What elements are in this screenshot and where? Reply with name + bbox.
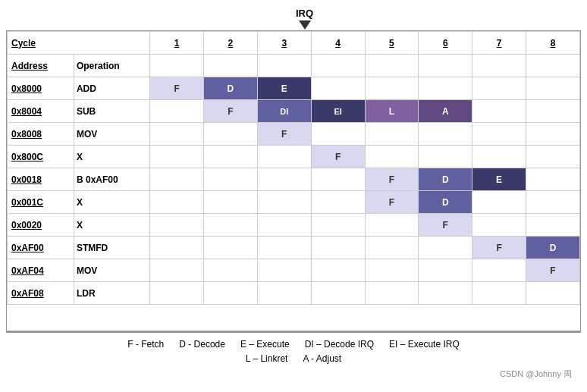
legend-di: DI – Decode IRQ <box>305 337 374 352</box>
cell-3-6 <box>472 146 526 168</box>
cell-0-0: F <box>150 77 204 100</box>
cell-1-3: EI <box>311 100 365 123</box>
cell-1-5: A <box>419 100 472 123</box>
cell-2-4 <box>365 123 419 146</box>
addr-header-cycle-6 <box>419 55 472 77</box>
cell-9-4 <box>365 282 419 305</box>
cell-2-1 <box>203 123 257 146</box>
cell-5-6 <box>472 191 526 214</box>
op-7: STMFD <box>74 237 149 259</box>
cell-7-2 <box>257 237 311 259</box>
cell-9-7 <box>526 282 580 305</box>
op-header: Operation <box>74 55 149 77</box>
addr-6: 0x0020 <box>8 214 74 237</box>
cell-7-5 <box>419 237 472 259</box>
cell-5-3 <box>311 191 365 214</box>
cell-7-4 <box>365 237 419 259</box>
legend-area: F - Fetch D - Decode E – Execute DI – De… <box>6 331 581 386</box>
cell-5-5: D <box>419 191 472 214</box>
cell-2-7 <box>526 123 580 146</box>
irq-header: IRQ <box>6 6 581 30</box>
pipeline-table: Cycle12345678AddressOperation0x8000ADDFD… <box>7 31 580 305</box>
op-5: X <box>74 191 149 214</box>
cell-4-4: F <box>365 168 419 191</box>
cycle-num-2: 2 <box>203 32 257 55</box>
addr-7: 0xAF00 <box>8 237 74 259</box>
addr-3: 0x800C <box>8 146 74 168</box>
op-8: MOV <box>74 259 149 282</box>
addr-header-cycle-4 <box>311 55 365 77</box>
op-3: X <box>74 146 149 168</box>
cell-9-1 <box>203 282 257 305</box>
cell-0-2: E <box>257 77 311 100</box>
cell-3-1 <box>203 146 257 168</box>
addr-header-cycle-5 <box>365 55 419 77</box>
cell-1-4: L <box>365 100 419 123</box>
addr-op-header-row: AddressOperation <box>8 55 580 77</box>
cycle-num-1: 1 <box>150 32 204 55</box>
table-row: 0x8008MOVF <box>8 123 580 146</box>
cell-0-3 <box>311 77 365 100</box>
addr-8: 0xAF04 <box>8 259 74 282</box>
cell-3-4 <box>365 146 419 168</box>
cell-6-4 <box>365 214 419 237</box>
main-container: IRQ Cycle12345678AddressOperation0x8000A… <box>0 0 587 392</box>
cell-4-6: E <box>472 168 526 191</box>
legend-d: D - Decode <box>179 337 225 352</box>
legend-ei: EI – Execute IRQ <box>389 337 460 352</box>
cell-7-3 <box>311 237 365 259</box>
cell-4-3 <box>311 168 365 191</box>
cell-8-4 <box>365 259 419 282</box>
table-row: 0x800CXF <box>8 146 580 168</box>
table-row: 0x8004SUBFDIEILA <box>8 100 580 123</box>
cell-1-0 <box>150 100 204 123</box>
legend-l: L – Linkret <box>246 352 288 366</box>
cell-9-5 <box>419 282 472 305</box>
cell-0-5 <box>419 77 472 100</box>
irq-text: IRQ <box>296 8 313 19</box>
cell-9-2 <box>257 282 311 305</box>
addr-5: 0x001C <box>8 191 74 214</box>
cell-3-7 <box>526 146 580 168</box>
cell-8-0 <box>150 259 204 282</box>
cell-1-7 <box>526 100 580 123</box>
cell-8-3 <box>311 259 365 282</box>
op-1: SUB <box>74 100 149 123</box>
cell-1-6 <box>472 100 526 123</box>
legend-e: E – Execute <box>240 337 290 352</box>
table-row: 0x8000ADDFDE <box>8 77 580 100</box>
addr-9: 0xAF08 <box>8 282 74 305</box>
cell-3-2 <box>257 146 311 168</box>
cell-0-4 <box>365 77 419 100</box>
addr-header-cycle-2 <box>203 55 257 77</box>
cell-6-7 <box>526 214 580 237</box>
legend-line1: F - Fetch D - Decode E – Execute DI – De… <box>12 337 575 352</box>
cell-8-2 <box>257 259 311 282</box>
addr-header-cycle-7 <box>472 55 526 77</box>
cell-3-5 <box>419 146 472 168</box>
watermark: CSDN @Johnny 周 <box>12 368 575 381</box>
pipeline-table-area: Cycle12345678AddressOperation0x8000ADDFD… <box>6 30 581 331</box>
cell-3-3: F <box>311 146 365 168</box>
cell-4-0 <box>150 168 204 191</box>
cell-2-5 <box>419 123 472 146</box>
cycle-num-7: 7 <box>472 32 526 55</box>
cell-5-4: F <box>365 191 419 214</box>
cell-9-0 <box>150 282 204 305</box>
addr-2: 0x8008 <box>8 123 74 146</box>
table-row: 0x001CXFD <box>8 191 580 214</box>
cycle-num-8: 8 <box>526 32 580 55</box>
cell-6-5: F <box>419 214 472 237</box>
cell-7-7: D <box>526 237 580 259</box>
cycle-num-4: 4 <box>311 32 365 55</box>
cell-0-7 <box>526 77 580 100</box>
cell-7-6: F <box>472 237 526 259</box>
cell-6-0 <box>150 214 204 237</box>
addr-header: Address <box>8 55 74 77</box>
cell-3-0 <box>150 146 204 168</box>
cell-8-1 <box>203 259 257 282</box>
cell-8-6 <box>472 259 526 282</box>
cycle-header-row: Cycle12345678 <box>8 32 580 55</box>
cell-6-3 <box>311 214 365 237</box>
cell-5-2 <box>257 191 311 214</box>
